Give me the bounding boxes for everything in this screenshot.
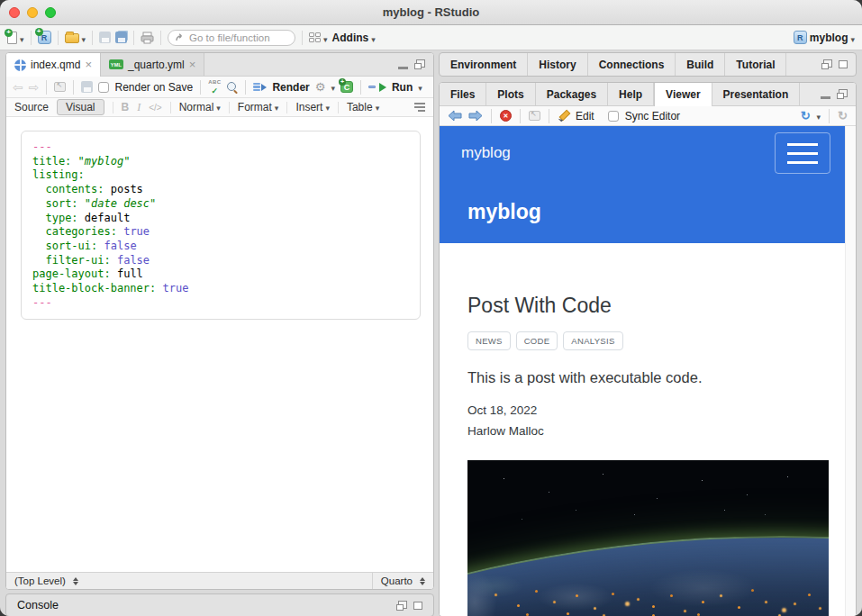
viewer-forward-icon[interactable] bbox=[468, 110, 483, 122]
open-file-button[interactable] bbox=[65, 30, 86, 46]
run-button[interactable]: Run bbox=[392, 81, 413, 94]
tab-plots[interactable]: Plots bbox=[486, 83, 535, 105]
maximize-pane-icon[interactable] bbox=[414, 59, 425, 69]
outline-icon[interactable] bbox=[414, 103, 425, 112]
source-mode-button[interactable]: Source bbox=[14, 101, 49, 113]
edit-button[interactable]: Edit bbox=[576, 110, 594, 122]
toolbar-separator bbox=[829, 109, 830, 123]
outline-jump-selector[interactable]: (Top Level) bbox=[14, 575, 78, 586]
post-subtitle: This is a post with executable code. bbox=[467, 369, 829, 386]
yaml-block[interactable]: ---title: "myblog"listing: contents: pos… bbox=[21, 131, 421, 320]
save-document-button[interactable] bbox=[81, 81, 93, 93]
viewer-scrollbar[interactable] bbox=[845, 126, 856, 616]
addins-menu-button[interactable]: Addins bbox=[332, 30, 376, 46]
addins-label: Addins bbox=[332, 32, 369, 44]
format-menu[interactable]: Format bbox=[238, 101, 279, 113]
render-icon[interactable] bbox=[253, 83, 267, 92]
new-project-button[interactable]: R bbox=[38, 31, 51, 44]
restore-pane-icon[interactable] bbox=[821, 59, 832, 69]
italic-button[interactable]: I bbox=[137, 101, 141, 114]
tab-connections[interactable]: Connections bbox=[588, 53, 676, 76]
blog-navbar-title[interactable]: myblog bbox=[461, 144, 511, 162]
filetype-label: Quarto bbox=[381, 575, 413, 586]
workspace-panes-button[interactable] bbox=[309, 30, 328, 46]
gear-icon[interactable] bbox=[315, 81, 326, 94]
tab-build[interactable]: Build bbox=[676, 53, 725, 76]
tab-tutorial[interactable]: Tutorial bbox=[725, 53, 786, 76]
category-badge[interactable]: ANALYSIS bbox=[563, 331, 622, 350]
viewer-back-icon[interactable] bbox=[448, 110, 462, 122]
tab-history[interactable]: History bbox=[528, 53, 587, 76]
maximize-pane-icon[interactable] bbox=[839, 60, 848, 68]
updown-icon bbox=[73, 577, 78, 585]
open-in-new-window-icon[interactable] bbox=[54, 82, 66, 92]
new-file-button[interactable] bbox=[7, 30, 24, 46]
goto-file-search[interactable] bbox=[168, 30, 295, 46]
close-icon[interactable] bbox=[189, 59, 196, 71]
filetype-selector[interactable]: Quarto bbox=[381, 575, 425, 586]
render-button[interactable]: Render bbox=[272, 81, 309, 94]
paragraph-style-menu[interactable]: Normal bbox=[179, 101, 221, 113]
refresh-icon[interactable] bbox=[838, 110, 848, 122]
tab-files[interactable]: Files bbox=[440, 83, 486, 105]
visual-mode-button[interactable]: Visual bbox=[57, 99, 104, 115]
traffic-lights bbox=[9, 7, 56, 18]
back-icon[interactable] bbox=[13, 81, 23, 94]
pane-controls bbox=[396, 601, 422, 611]
category-badge[interactable]: CODE bbox=[516, 331, 558, 350]
open-in-new-window-icon[interactable] bbox=[529, 111, 540, 121]
tab-help[interactable]: Help bbox=[608, 83, 654, 105]
zoom-window-button[interactable] bbox=[45, 7, 56, 18]
print-button[interactable] bbox=[141, 32, 154, 44]
minimize-pane-icon[interactable] bbox=[398, 67, 408, 69]
restore-pane-icon[interactable] bbox=[396, 601, 407, 611]
save-button[interactable] bbox=[99, 32, 111, 43]
spellcheck-icon[interactable]: ABC bbox=[208, 79, 221, 95]
edit-pencil-icon[interactable] bbox=[558, 110, 569, 122]
minimize-window-button[interactable] bbox=[27, 7, 38, 18]
chevron-down-icon bbox=[817, 110, 821, 122]
rstudio-window: myblog - RStudio R bbox=[0, 0, 862, 616]
toolbar-separator bbox=[46, 80, 47, 95]
maximize-pane-icon[interactable] bbox=[837, 89, 848, 99]
toolbar-separator bbox=[520, 109, 521, 123]
editor-area[interactable]: ---title: "myblog"listing: contents: pos… bbox=[6, 117, 433, 572]
post-title-link[interactable]: Post With Code bbox=[467, 294, 829, 318]
sync-publish-icon[interactable] bbox=[801, 110, 811, 122]
editor-toolbar: Render on Save ABC Render C Run bbox=[6, 77, 433, 98]
minimize-pane-icon[interactable] bbox=[821, 96, 830, 99]
close-icon[interactable] bbox=[85, 59, 92, 71]
tab-packages[interactable]: Packages bbox=[536, 83, 608, 105]
tab-index-qmd[interactable]: index.qmd bbox=[6, 53, 101, 77]
project-menu-button[interactable]: R myblog bbox=[794, 30, 855, 46]
tab-viewer[interactable]: Viewer bbox=[654, 83, 712, 106]
render-on-save-checkbox[interactable] bbox=[98, 82, 109, 93]
goto-file-input[interactable] bbox=[189, 32, 286, 43]
category-badge[interactable]: NEWS bbox=[467, 331, 511, 350]
toolbar-separator bbox=[200, 80, 201, 95]
sync-editor-checkbox[interactable] bbox=[608, 111, 619, 122]
hamburger-menu-button[interactable] bbox=[775, 132, 830, 174]
code-button[interactable]: </> bbox=[149, 103, 161, 113]
insert-chunk-icon[interactable]: C bbox=[340, 81, 353, 93]
tab-presentation[interactable]: Presentation bbox=[712, 83, 801, 105]
maximize-pane-icon[interactable] bbox=[413, 602, 422, 610]
save-all-button[interactable] bbox=[115, 32, 127, 43]
format-menu-label: Format bbox=[238, 101, 272, 113]
close-window-button[interactable] bbox=[9, 7, 20, 18]
post-date: Oct 18, 2022 bbox=[467, 403, 829, 417]
search-icon[interactable] bbox=[226, 81, 238, 93]
tab-quarto-yml[interactable]: YML _quarto.yml bbox=[101, 53, 204, 76]
earth-at-night-photo[interactable] bbox=[467, 460, 829, 616]
toolbar-separator bbox=[338, 102, 339, 113]
document-tabbar: index.qmd YML _quarto.yml bbox=[6, 53, 433, 77]
toolbar-separator bbox=[302, 31, 303, 45]
bold-button[interactable]: B bbox=[122, 101, 130, 113]
forward-icon[interactable] bbox=[29, 81, 40, 94]
chevron-down-icon bbox=[331, 81, 335, 94]
stop-icon[interactable] bbox=[500, 110, 512, 122]
insert-menu[interactable]: Insert bbox=[295, 101, 330, 113]
yml-file-icon: YML bbox=[109, 59, 123, 69]
tab-environment[interactable]: Environment bbox=[440, 53, 528, 76]
table-menu[interactable]: Table bbox=[347, 101, 379, 113]
